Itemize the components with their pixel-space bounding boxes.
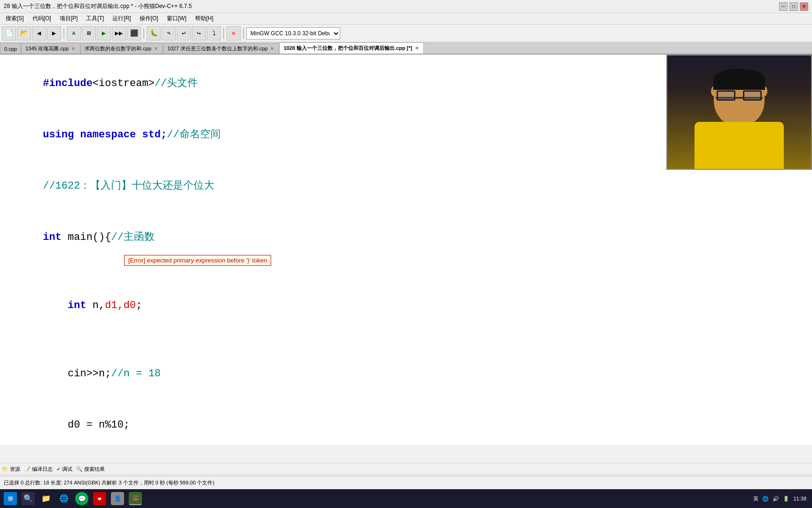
resources-icon: 📁 xyxy=(2,466,8,472)
forward-btn[interactable]: ▶ xyxy=(47,26,61,40)
menu-bar: 搜索[S] 代码[O] 项目[P] 工具[T] 运行[R] 操作[O] 窗口[W… xyxy=(0,13,812,24)
code-line-5 xyxy=(6,263,806,280)
toolbar: 📄 📂 ◀ ▶ A ⊞ ▶ ▶▶ ⬛ 🐛 ↷ ↩ ↪ ⤵ ✕ MinGW GCC… xyxy=(0,24,812,42)
taskbar-browser[interactable]: 🌐 xyxy=(55,490,72,507)
tab-twodigit-close[interactable]: ✕ xyxy=(153,46,159,52)
webcam-overlay xyxy=(666,55,812,170)
run-btn[interactable]: ▶ xyxy=(97,26,111,40)
tab-twodigit-label: 求两位数的各位数字的和.cpp xyxy=(85,45,151,52)
tab-0[interactable]: 0.cpp xyxy=(0,43,21,54)
run2-btn[interactable]: ▶▶ xyxy=(112,26,126,40)
menu-window[interactable]: 窗口[W] xyxy=(163,14,190,24)
code-line-8: cin>>n;//n = 18 xyxy=(6,349,806,400)
close-button[interactable]: ✕ xyxy=(800,2,808,11)
taskbar-search[interactable]: 🔍 xyxy=(20,490,37,507)
menu-project[interactable]: 项目[P] xyxy=(56,14,82,24)
stop-btn[interactable]: ⬛ xyxy=(127,26,141,40)
webcam-person xyxy=(667,56,811,169)
panel-tab-search-label: 搜索结果 xyxy=(84,466,105,473)
minimize-button[interactable]: ─ xyxy=(779,2,788,11)
error-tooltip: [Error] expected primary-expression befo… xyxy=(124,255,271,266)
code-line-7 xyxy=(6,332,806,349)
compile-btn[interactable]: A xyxy=(67,26,81,40)
debug-icon: ✓ xyxy=(56,466,61,472)
tab-1027-label: 1027 求任意三位数各个数位上数字的和.cpp xyxy=(167,45,267,52)
menu-help[interactable]: 帮助[H] xyxy=(191,14,217,24)
error-tooltip-text: [Error] expected primary-expression befo… xyxy=(128,257,267,264)
compile-log-icon: 📝 xyxy=(24,466,31,472)
search-results-icon: 🔍 xyxy=(76,466,83,472)
bug-btn[interactable]: 🐛 xyxy=(147,26,161,40)
taskbar-chat[interactable]: 💬 xyxy=(73,490,90,507)
panel-tab-resources[interactable]: 📁 资源 xyxy=(2,466,20,473)
tab-1345-close[interactable]: ✕ xyxy=(70,46,76,52)
tab-1345[interactable]: 1345 玫瑰花圃.cpp ✕ xyxy=(21,43,80,54)
taskbar-network-icon: 🌐 xyxy=(762,496,769,502)
tab-1027[interactable]: 1027 求任意三位数各个数位上数字的和.cpp ✕ xyxy=(163,43,279,54)
open-file-btn[interactable]: 📂 xyxy=(17,26,31,40)
panel-tab-compile-log[interactable]: 📝 编译日志 xyxy=(24,466,53,473)
toolbar-sep4 xyxy=(243,28,244,39)
main-area: #include<iostream>//头文件 using namespace … xyxy=(0,55,812,445)
maximize-button[interactable]: □ xyxy=(789,2,798,11)
toolbar-sep1 xyxy=(63,28,64,39)
taskbar-battery-icon: 🔋 xyxy=(783,496,789,502)
status-info: 已选择 0 总行数: 18 长度: 274 ANSI(GBK) 共解析 3 个文… xyxy=(4,479,214,486)
tab-1028-label: 1028 输入一个三位数，把个位和百位对调后输出.cpp [*] xyxy=(283,45,412,52)
menu-code[interactable]: 代码[O] xyxy=(29,14,55,24)
toolbar-sep3 xyxy=(223,28,224,39)
menu-run[interactable]: 运行[R] xyxy=(109,14,134,24)
tab-1028[interactable]: 1028 输入一个三位数，把个位和百位对调后输出.cpp [*] ✕ xyxy=(279,42,424,54)
taskbar-files[interactable]: 📁 xyxy=(38,490,55,507)
title-bar-controls: ─ □ ✕ xyxy=(779,2,808,11)
tabs-bar: 0.cpp 1345 玫瑰花圃.cpp ✕ 求两位数的各位数字的和.cpp ✕ … xyxy=(0,42,812,55)
status-panel-tabs: 📁 资源 📝 编译日志 ✓ 调试 🔍 搜索结果 xyxy=(0,463,812,475)
taskbar-red-app[interactable]: ❤ xyxy=(91,490,108,507)
panel-tab-compile-label: 编译日志 xyxy=(32,466,53,473)
back-btn[interactable]: ◀ xyxy=(32,26,46,40)
status-bar: 已选择 0 总行数: 18 长度: 274 ANSI(GBK) 共解析 3 个文… xyxy=(0,476,812,489)
tab-1345-label: 1345 玫瑰花圃.cpp xyxy=(25,45,69,52)
panel-tab-debug-label: 调试 xyxy=(62,466,72,473)
step2-btn[interactable]: ↩ xyxy=(177,26,191,40)
stop2-btn[interactable]: ✕ xyxy=(226,26,241,40)
step-btn[interactable]: ↷ xyxy=(162,26,176,40)
compiler-select[interactable]: MinGW GCC 10.3.0 32-bit Debug xyxy=(246,27,340,40)
step4-btn[interactable]: ⤵ xyxy=(207,26,221,40)
panel-tab-resources-label: 资源 xyxy=(10,466,20,473)
step3-btn[interactable]: ↪ xyxy=(192,26,206,40)
tab-twodigit[interactable]: 求两位数的各位数字的和.cpp ✕ xyxy=(80,43,163,54)
taskbar-time: 11:38 xyxy=(793,496,806,501)
new-file-btn[interactable]: 📄 xyxy=(2,26,16,40)
panel-tab-search[interactable]: 🔍 搜索结果 xyxy=(76,466,105,473)
grid-btn[interactable]: ⊞ xyxy=(82,26,96,40)
code-line-6: int n,d1,d0; xyxy=(6,280,806,332)
menu-operations[interactable]: 操作[O] xyxy=(136,14,162,24)
tab-0-label: 0.cpp xyxy=(4,46,17,52)
code-line-9: d0 = n%10; xyxy=(6,400,806,445)
taskbar-right: 英 🌐 🔊 🔋 11:38 xyxy=(753,495,810,502)
menu-tools[interactable]: 工具[T] xyxy=(82,14,108,24)
taskbar: ⊞ 🔍 📁 🌐 💬 ❤ 👤 🐻 英 🌐 🔊 🔋 11:38 xyxy=(0,489,812,508)
taskbar-social[interactable]: 👤 xyxy=(109,490,126,507)
toolbar-sep2 xyxy=(143,28,144,39)
title-bar-text: 28 输入一个三位数，把个位和百位对调后输出.cpp * - 小熊猫Dev-C+… xyxy=(4,2,192,10)
taskbar-sound-icon: 🔊 xyxy=(773,496,779,502)
start-button[interactable]: ⊞ xyxy=(2,490,19,507)
tab-1028-close[interactable]: ✕ xyxy=(414,46,420,51)
title-bar: 28 输入一个三位数，把个位和百位对调后输出.cpp * - 小熊猫Dev-C+… xyxy=(0,0,812,13)
taskbar-lang: 英 xyxy=(753,495,758,502)
panel-tab-debug[interactable]: ✓ 调试 xyxy=(56,466,72,473)
tab-1027-close[interactable]: ✕ xyxy=(269,46,275,52)
taskbar-devcpp[interactable]: 🐻 xyxy=(127,490,144,507)
menu-search[interactable]: 搜索[S] xyxy=(2,14,28,24)
